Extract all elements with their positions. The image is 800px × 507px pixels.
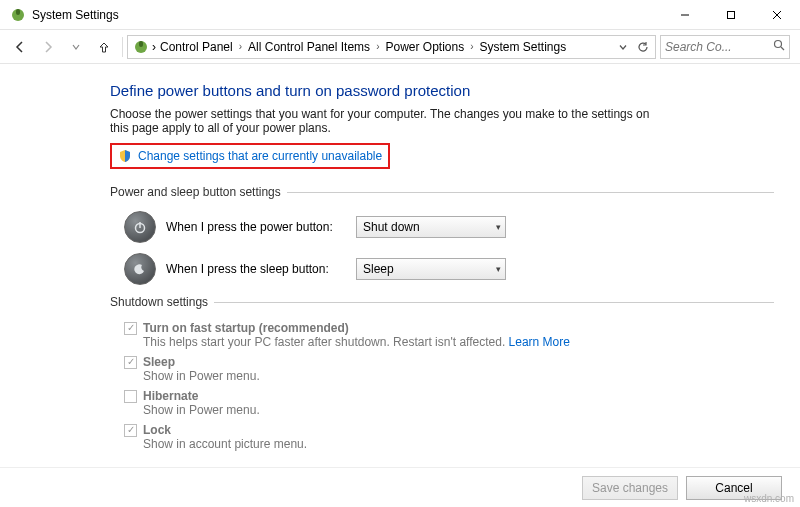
sleep-button-dropdown[interactable]: Sleep ▾: [356, 258, 506, 280]
location-icon: [133, 39, 149, 55]
watermark: wsxdn.com: [744, 493, 794, 504]
dropdown-value: Shut down: [363, 220, 420, 234]
maximize-button[interactable]: [708, 0, 754, 30]
address-bar[interactable]: › Control Panel › All Control Panel Item…: [127, 35, 656, 59]
content-area: Define power buttons and turn on passwor…: [0, 64, 800, 467]
breadcrumb-item[interactable]: Control Panel: [156, 38, 237, 56]
power-button-row: When I press the power button: Shut down…: [124, 211, 774, 243]
separator: [122, 37, 123, 57]
change-settings-highlight: Change settings that are currently unava…: [110, 143, 390, 169]
nav-back-button[interactable]: [6, 33, 34, 61]
power-button-dropdown[interactable]: Shut down ▾: [356, 216, 506, 238]
svg-rect-3: [728, 11, 735, 18]
fast-startup-sub-text: This helps start your PC faster after sh…: [143, 335, 509, 349]
app-icon: [10, 7, 26, 23]
titlebar: System Settings: [0, 0, 800, 30]
shutdown-group-header: Shutdown settings: [110, 295, 774, 309]
refresh-button[interactable]: [633, 36, 653, 58]
divider-line: [214, 302, 774, 303]
fast-startup-option: ✓ Turn on fast startup (recommended) Thi…: [124, 321, 774, 349]
sleep-label: Sleep: [143, 355, 175, 369]
group-label: Power and sleep button settings: [110, 185, 281, 199]
change-settings-link[interactable]: Change settings that are currently unava…: [138, 149, 382, 163]
sleep-button-label: When I press the sleep button:: [166, 262, 346, 276]
divider-line: [287, 192, 774, 193]
power-group-header: Power and sleep button settings: [110, 185, 774, 199]
search-icon: [773, 39, 785, 54]
page-description: Choose the power settings that you want …: [110, 107, 670, 135]
sleep-description: Show in Power menu.: [143, 369, 774, 383]
address-history-dropdown[interactable]: [613, 36, 633, 58]
learn-more-link[interactable]: Learn More: [509, 335, 570, 349]
svg-line-9: [781, 47, 784, 50]
sleep-icon: [124, 253, 156, 285]
breadcrumb-item[interactable]: Power Options: [381, 38, 468, 56]
hibernate-description: Show in Power menu.: [143, 403, 774, 417]
sleep-option: ✓ Sleep Show in Power menu.: [124, 355, 774, 383]
breadcrumb-item[interactable]: System Settings: [476, 38, 571, 56]
sleep-button-row: When I press the sleep button: Sleep ▾: [124, 253, 774, 285]
chevron-right-icon: ›: [468, 41, 475, 52]
breadcrumb-item[interactable]: All Control Panel Items: [244, 38, 374, 56]
sleep-checkbox: ✓: [124, 356, 137, 369]
fast-startup-description: This helps start your PC faster after sh…: [143, 335, 774, 349]
hibernate-option: Hibernate Show in Power menu.: [124, 389, 774, 417]
lock-checkbox: ✓: [124, 424, 137, 437]
breadcrumb: Control Panel › All Control Panel Items …: [156, 38, 613, 56]
footer: Save changes Cancel: [0, 467, 800, 507]
hibernate-checkbox: [124, 390, 137, 403]
chevron-right-icon: ›: [237, 41, 244, 52]
lock-label: Lock: [143, 423, 171, 437]
page-heading: Define power buttons and turn on passwor…: [110, 82, 774, 99]
dropdown-value: Sleep: [363, 262, 394, 276]
navbar: › Control Panel › All Control Panel Item…: [0, 30, 800, 64]
lock-option: ✓ Lock Show in account picture menu.: [124, 423, 774, 451]
chevron-down-icon: ▾: [496, 222, 501, 232]
fast-startup-checkbox: ✓: [124, 322, 137, 335]
lock-description: Show in account picture menu.: [143, 437, 774, 451]
group-label: Shutdown settings: [110, 295, 208, 309]
svg-point-8: [775, 41, 782, 48]
svg-rect-7: [139, 41, 143, 47]
search-input[interactable]: [665, 40, 773, 54]
power-icon: [124, 211, 156, 243]
window-title: System Settings: [32, 8, 662, 22]
fast-startup-label: Turn on fast startup (recommended): [143, 321, 349, 335]
nav-recent-dropdown[interactable]: [62, 33, 90, 61]
nav-forward-button[interactable]: [34, 33, 62, 61]
svg-rect-1: [16, 9, 20, 15]
hibernate-label: Hibernate: [143, 389, 198, 403]
shield-icon: [118, 149, 132, 163]
minimize-button[interactable]: [662, 0, 708, 30]
power-button-label: When I press the power button:: [166, 220, 346, 234]
close-button[interactable]: [754, 0, 800, 30]
search-box[interactable]: [660, 35, 790, 59]
chevron-down-icon: ▾: [496, 264, 501, 274]
save-changes-button: Save changes: [582, 476, 678, 500]
chevron-right-icon: ›: [374, 41, 381, 52]
nav-up-button[interactable]: [90, 33, 118, 61]
